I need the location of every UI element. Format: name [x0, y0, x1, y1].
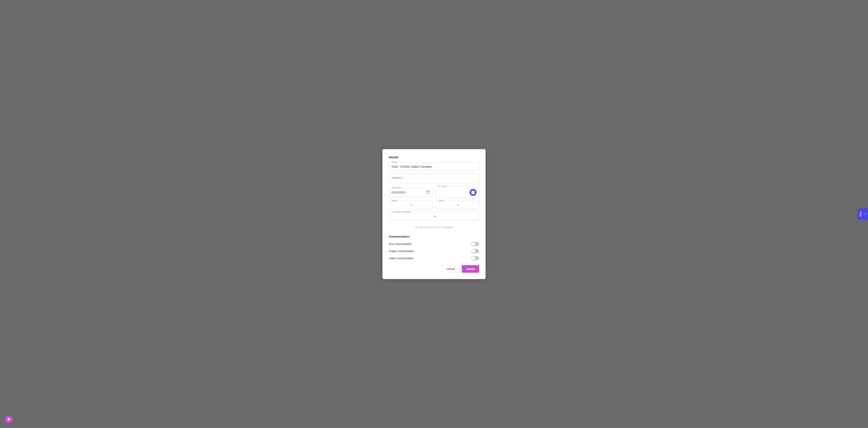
name-field-group: Name * — [389, 162, 479, 171]
client-select[interactable]: ▾ — [435, 201, 479, 209]
text-customisation-row: Text customisation — [389, 242, 479, 246]
start-date-label: Start date * — [391, 186, 403, 189]
bottom-left-fab[interactable] — [5, 415, 13, 423]
summary-input[interactable] — [389, 174, 479, 183]
svg-rect-0 — [427, 191, 430, 193]
cancel-button[interactable]: Cancel — [442, 265, 460, 273]
video-customisation-label: Video customisation — [389, 257, 413, 260]
status-label: Status * — [391, 199, 400, 202]
client-label: Client * — [437, 199, 445, 202]
modal-dialog: Details Name * Start date * End date — [382, 149, 486, 279]
status-client-row: Status * ▾ Client * ▾ — [389, 201, 479, 209]
customisation-section-title: Customisation — [389, 235, 479, 238]
help-button[interactable]: ? Help — [858, 208, 868, 220]
name-label: Name * — [391, 161, 399, 163]
help-icon: ? — [863, 213, 866, 215]
image-customisation-label: Image customisation — [389, 249, 414, 253]
help-label: Help — [859, 211, 862, 217]
start-date-field: Start date * — [389, 188, 433, 197]
end-date-calendar-button[interactable] — [469, 189, 477, 196]
campaign-template-select[interactable]: ▾ — [389, 212, 479, 220]
campaign-template-chevron-icon: ▾ — [434, 215, 477, 218]
text-customisation-label: Text customisation — [389, 242, 412, 246]
customisation-section: Customisation Text customisation Image c… — [389, 235, 479, 261]
create-button[interactable]: Create — [462, 265, 479, 273]
end-date-label: End date * — [437, 185, 449, 187]
client-field: Client * ▾ — [435, 201, 479, 209]
status-field: Status * ▾ — [389, 201, 433, 209]
modal-footer: Cancel Create — [389, 265, 479, 273]
start-date-calendar-icon[interactable] — [427, 190, 430, 194]
modal-overlay: Details Name * Start date * End date — [0, 0, 868, 428]
no-users-message: No users found for this campaign — [389, 223, 479, 231]
svg-rect-4 — [472, 191, 474, 194]
summary-field-group — [389, 174, 479, 184]
end-date-field: End date * — [435, 187, 479, 198]
image-customisation-toggle[interactable] — [471, 249, 479, 253]
campaign-template-field: Campaign template * ▾ — [389, 212, 479, 220]
date-row: Start date * End date * — [389, 187, 479, 198]
status-chevron-icon: ▾ — [411, 204, 430, 207]
campaign-template-label: Campaign template * — [391, 210, 412, 213]
details-section-title: Details — [389, 155, 479, 159]
start-date-wrapper — [389, 188, 433, 197]
video-customisation-row: Video customisation — [389, 256, 479, 261]
end-date-wrapper — [435, 187, 479, 198]
client-chevron-icon: ▾ — [457, 204, 477, 207]
status-select[interactable]: ▾ — [389, 201, 433, 209]
end-date-input[interactable] — [438, 191, 468, 194]
name-input[interactable] — [389, 162, 479, 171]
image-customisation-row: Image customisation — [389, 249, 479, 253]
start-date-input[interactable] — [391, 191, 427, 194]
text-customisation-toggle[interactable] — [471, 242, 479, 246]
video-customisation-toggle[interactable] — [471, 256, 479, 261]
